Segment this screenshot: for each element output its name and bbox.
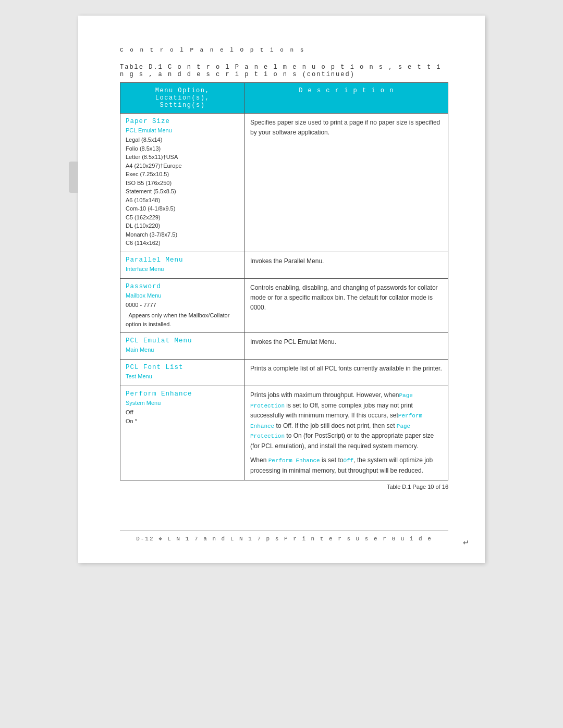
footer-text: D-12 ❖ L N 1 7 a n d L N 1 7 p s P r i n… <box>120 535 448 542</box>
desc-text-perform-enhance-2: When Perform Enhance is set toOff, the s… <box>250 455 443 476</box>
desc-text-perform-enhance-1: Prints jobs with maximum throughput. How… <box>250 390 443 451</box>
col-header-option: Menu Option,Location(s),Setting(s) <box>120 83 245 114</box>
desc-cell-parallel-menu: Invokes the Parallel Menu. <box>245 252 448 278</box>
sub-menu-perform-enhance: System Menu <box>126 400 239 406</box>
table-row: Parallel Menu Interface Menu Invokes the… <box>120 252 448 278</box>
footer-divider <box>120 530 448 531</box>
desc-text-parallel-menu: Invokes the Parallel Menu. <box>250 256 443 266</box>
option-title-pcl-emulat: PCL Emulat Menu <box>126 337 239 344</box>
desc-cell-pcl-emulat: Invokes the PCL Emulat Menu. <box>245 333 448 360</box>
sub-menu-password: Mailbox Menu <box>126 292 239 299</box>
sub-menu-pcl-font-list: Test Menu <box>126 373 239 379</box>
option-title-perform-enhance: Perform Enhance <box>126 390 239 398</box>
option-cell-pcl-font-list: PCL Font List Test Menu <box>120 360 245 386</box>
option-cell-paper-size: Paper Size PCL Emulat Menu Legal (8.5x14… <box>120 114 245 252</box>
desc-text-pcl-emulat: Invokes the PCL Emulat Menu. <box>250 337 443 347</box>
option-cell-pcl-emulat: PCL Emulat Menu Main Menu <box>120 333 245 360</box>
table-row: Perform Enhance System Menu Off On * Pri… <box>120 386 448 480</box>
option-title-password: Password <box>126 283 239 290</box>
option-cell-parallel-menu: Parallel Menu Interface Menu <box>120 252 245 278</box>
desc-text-paper-size: Specifies paper size used to print a pag… <box>250 118 443 138</box>
link-page-protection-1: Page Protection <box>250 392 413 409</box>
page-header: C o n t r o l P a n e l O p t i o n s <box>120 47 448 53</box>
table-row: PCL Emulat Menu Main Menu Invokes the PC… <box>120 333 448 360</box>
page-footer: D-12 ❖ L N 1 7 a n d L N 1 7 p s P r i n… <box>120 530 448 542</box>
note-text-password: Appears only when the Mailbox/Collator o… <box>126 311 239 328</box>
main-table: Menu Option,Location(s),Setting(s) D e s… <box>120 82 448 480</box>
option-title-pcl-font-list: PCL Font List <box>126 364 239 371</box>
sub-menu-pcl-emulat: Main Menu <box>126 347 239 353</box>
thumb-tab <box>69 162 78 193</box>
option-cell-password: Password Mailbox Menu 0000 - 7777 Appear… <box>120 278 245 333</box>
corner-mark: ↵ <box>463 538 469 547</box>
table-row: Password Mailbox Menu 0000 - 7777 Appear… <box>120 278 448 333</box>
page: C o n t r o l P a n e l O p t i o n s Ta… <box>78 16 485 563</box>
link-perform-enhance-2: Perform Enhance <box>268 458 320 464</box>
option-title-parallel-menu: Parallel Menu <box>126 256 239 264</box>
option-values-perform-enhance: Off On * <box>126 408 239 425</box>
option-values-password: 0000 - 7777 <box>126 301 239 310</box>
option-cell-perform-enhance: Perform Enhance System Menu Off On * <box>120 386 245 480</box>
table-row: Paper Size PCL Emulat Menu Legal (8.5x14… <box>120 114 448 252</box>
link-off: Off <box>343 458 353 464</box>
col-header-description: D e s c r i p t i o n <box>245 83 448 114</box>
table-header-row: Menu Option,Location(s),Setting(s) D e s… <box>120 83 448 114</box>
table-footer: Table D.1 Page 10 of 16 <box>120 484 448 490</box>
desc-cell-password: Controls enabling, disabling, and changi… <box>245 278 448 333</box>
option-values-paper-size: Legal (8.5x14) Folio (8.5x13) Letter (8.… <box>126 135 239 248</box>
table-title: Table D.1 C o n t r o l P a n e l m e n … <box>120 64 448 78</box>
table-row: PCL Font List Test Menu Prints a complet… <box>120 360 448 386</box>
desc-cell-pcl-font-list: Prints a complete list of all PCL fonts … <box>245 360 448 386</box>
link-page-protection-2: Page Protection <box>250 423 410 440</box>
desc-text-pcl-font-list: Prints a complete list of all PCL fonts … <box>250 364 443 374</box>
desc-cell-paper-size: Specifies paper size used to print a pag… <box>245 114 448 252</box>
sub-menu-parallel: Interface Menu <box>126 266 239 272</box>
sub-menu-paper-size: PCL Emulat Menu <box>126 127 239 133</box>
option-title-paper-size: Paper Size <box>126 118 239 125</box>
desc-text-password: Controls enabling, disabling, and changi… <box>250 283 443 313</box>
desc-cell-perform-enhance: Prints jobs with maximum throughput. How… <box>245 386 448 480</box>
